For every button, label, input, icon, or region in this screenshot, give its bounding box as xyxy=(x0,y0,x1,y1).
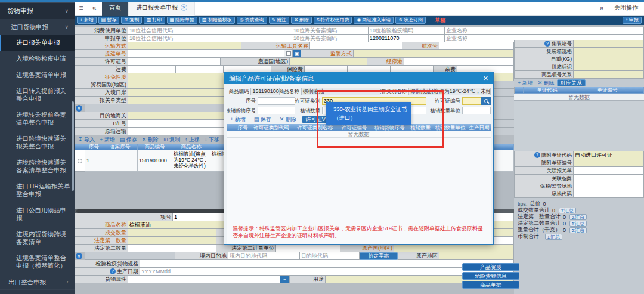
product-qualification-button[interactable]: 产品资质 xyxy=(462,263,519,271)
license-search-icon[interactable] xyxy=(481,97,491,105)
form-field[interactable] xyxy=(462,97,481,105)
tab-close-icon[interactable]: ✕ xyxy=(181,4,187,11)
sidebar-item-8[interactable]: 进口公自用物品申报 xyxy=(0,202,75,226)
form-field[interactable] xyxy=(574,182,644,190)
detail-collapse-toggle[interactable]: ∨ xyxy=(75,252,85,260)
qualification-query-button[interactable]: ◎资质查询 xyxy=(237,17,267,24)
sidebar-section-1[interactable]: 智能辅助申报‹ xyxy=(0,289,75,294)
commodity-docs-button[interactable]: 商品单据 xyxy=(462,281,519,289)
form-field[interactable] xyxy=(290,58,367,66)
sum-button[interactable]: Σ汇总 xyxy=(545,234,562,240)
agreement-benefit-button[interactable]: 协定享惠 xyxy=(360,252,398,260)
sidebar-item-4[interactable]: 进境转关提前备案清单整合申报 xyxy=(0,107,75,131)
notes-button[interactable]: ✎附注 xyxy=(269,17,290,24)
form-field[interactable] xyxy=(128,66,176,73)
add-row-button[interactable]: + 新增 xyxy=(97,135,117,144)
sidebar-item-3[interactable]: 进口转关提前报关整合申报 xyxy=(0,83,75,107)
sidebar-root-goods-declaration[interactable]: 货物申报 ∨ xyxy=(0,3,75,19)
form-field[interactable] xyxy=(404,58,514,66)
form-field[interactable] xyxy=(310,42,402,50)
sidebar-section-0[interactable]: 出口整合申报‹ xyxy=(0,274,75,289)
sidebar-item-9[interactable]: 进境内贸货物跨境备案清单 xyxy=(0,226,75,250)
attached-docs-button[interactable]: ▦随附单据 xyxy=(167,17,198,24)
doc-lookup-icon[interactable]: ▣ xyxy=(293,50,301,58)
form-field[interactable]: 10位海关备案编码 xyxy=(292,27,369,35)
menu-toggle-icon[interactable]: ≡ xyxy=(75,4,88,12)
form-field[interactable] xyxy=(128,229,216,237)
copy-row-button[interactable]: ⊞ 复制 xyxy=(161,135,182,144)
form-field[interactable] xyxy=(574,71,644,79)
declare-button[interactable]: ↑ 申报 xyxy=(623,17,642,24)
form-field[interactable] xyxy=(128,42,242,50)
form-field[interactable] xyxy=(394,245,514,252)
form-field[interactable] xyxy=(140,260,514,268)
form-field[interactable] xyxy=(276,245,340,252)
close-operations-button[interactable]: 关闭操作 xyxy=(614,4,638,12)
form-field[interactable]: 10位检验检疫编码 xyxy=(369,27,445,35)
new-button[interactable]: +新增 xyxy=(77,17,97,24)
dangerous-goods-button[interactable]: 危险货物信息 xyxy=(462,272,519,280)
form-field[interactable]: YYYYMMdd xyxy=(140,268,514,276)
royalty-fee-button[interactable]: $特许权使用费 xyxy=(314,17,352,24)
initial-template-button[interactable]: ▧初始值模板 xyxy=(199,17,235,24)
form-field[interactable] xyxy=(439,252,514,260)
form-field[interactable] xyxy=(574,175,644,182)
sidebar-item-0[interactable]: 进口报关单申报 xyxy=(0,35,75,51)
sum-button[interactable]: Σ汇总 xyxy=(569,221,587,227)
form-field[interactable]: 18位社会信用代码 xyxy=(128,35,292,42)
sidebar-item-2[interactable]: 进境备案清单申报 xyxy=(0,67,75,83)
form-field[interactable] xyxy=(128,245,216,252)
form-field[interactable] xyxy=(574,63,644,71)
form-field[interactable] xyxy=(128,237,216,245)
move-down-button[interactable]: ↓ 下移 xyxy=(202,135,222,144)
form-field[interactable] xyxy=(574,55,644,63)
form-field[interactable]: 企业名称 xyxy=(445,27,644,35)
modal-add-button[interactable]: + 新增 xyxy=(228,116,248,123)
temp-save-button[interactable]: ▤暂存 xyxy=(98,17,120,24)
form-field[interactable]: 18位社会信用代码 xyxy=(128,27,292,35)
form-field[interactable] xyxy=(462,107,491,114)
doc-add-button[interactable]: + 新增 xyxy=(515,79,535,87)
modal-delete-button[interactable]: ✕ 删除 xyxy=(277,116,299,123)
form-field[interactable] xyxy=(574,40,644,48)
form-field[interactable] xyxy=(128,50,284,58)
tabs-scroll-left-icon[interactable]: « xyxy=(88,4,101,12)
doc-delete-button[interactable]: ✕ 删除 xyxy=(535,79,557,87)
form-field[interactable]: 目的地代码 xyxy=(300,252,360,260)
sidebar-item-6[interactable]: 进境跨境快速通关备案清单整合申报 xyxy=(0,154,75,178)
form-field[interactable] xyxy=(574,48,644,55)
form-field[interactable] xyxy=(258,97,295,105)
sum-button[interactable]: Σ汇总 xyxy=(559,208,576,213)
sidebar-item-1[interactable]: 入境检验检疫申请 xyxy=(0,51,75,67)
form-field[interactable] xyxy=(574,159,644,167)
copy-button[interactable]: ⊞复制 xyxy=(121,17,142,24)
checkbox[interactable] xyxy=(284,50,293,58)
form-field[interactable] xyxy=(176,66,224,73)
save-row-button[interactable]: ▤ 保存 xyxy=(117,135,140,144)
close-icon[interactable]: ✕ xyxy=(483,72,488,84)
sum-button[interactable]: Σ汇总 xyxy=(569,227,587,233)
form-field[interactable] xyxy=(439,42,514,50)
modal-save-button[interactable]: ▤ 保存 xyxy=(252,116,274,123)
relation-chip-button[interactable]: 对应关系 xyxy=(557,79,586,86)
import-button[interactable]: ↧ 导入 xyxy=(76,135,97,144)
row-radio[interactable] xyxy=(75,150,85,172)
sidebar-item-5[interactable]: 进口跨境快速通关报关整合申报 xyxy=(0,131,75,154)
form-field[interactable] xyxy=(128,58,221,66)
tabs-scroll-right-icon[interactable]: » xyxy=(595,4,608,12)
two-cert-access-button[interactable]: ◉两证准入申请 xyxy=(354,17,394,24)
status-subscribe-button[interactable]: ↻状态订阅 xyxy=(395,17,426,24)
sidebar-item-7[interactable]: 进口TIR运输报关单整合申报 xyxy=(0,178,75,202)
sidebar-item-10[interactable]: 进境备案清单整合申报（横琴简化） xyxy=(0,250,75,274)
sum-button[interactable]: Σ汇总 xyxy=(569,214,587,220)
sidebar-group-import-goods[interactable]: 进口货物申报 ∨ xyxy=(0,19,75,35)
form-collapse-toggle[interactable]: ∨ xyxy=(75,104,85,112)
form-field[interactable] xyxy=(574,190,644,198)
tab-0[interactable]: 首页 xyxy=(102,0,129,16)
delete-button[interactable]: ✕删除 xyxy=(291,17,312,24)
move-up-button[interactable]: ↑ 上移 xyxy=(182,135,202,144)
tab-1[interactable]: 进口报关单申报✕ xyxy=(129,0,195,16)
form-field[interactable] xyxy=(354,50,514,58)
form-field[interactable] xyxy=(258,107,295,114)
form-field[interactable] xyxy=(574,167,644,175)
